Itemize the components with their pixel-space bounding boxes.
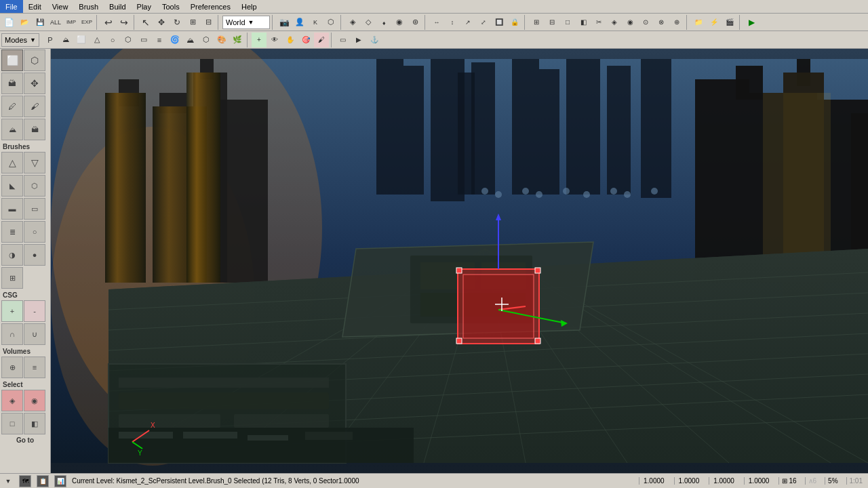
terrain-add-icon[interactable]: ⛰ [1, 119, 23, 140]
generic4[interactable]: ⊗ [654, 15, 669, 30]
stair-mode[interactable]: ≡ [152, 33, 167, 47]
align-button[interactable]: ⊟ [545, 15, 559, 30]
select-red2[interactable]: ◉ [24, 390, 45, 411]
select-rect[interactable]: ▭ [336, 33, 351, 47]
generic1[interactable]: ◈ [607, 15, 622, 30]
terrain-mode[interactable]: ⛰ [183, 33, 198, 47]
camera-button[interactable]: 📷 [277, 15, 292, 30]
brush-stair[interactable]: ≣ [1, 221, 23, 243]
status-icon1[interactable]: 🗺 [19, 475, 31, 487]
volume-add[interactable]: ⊕ [1, 357, 23, 378]
paint-icon[interactable]: 🖊 [1, 96, 23, 117]
brush-pyramid[interactable]: ▽ [24, 152, 45, 174]
menu-view[interactable]: View [47, 0, 74, 13]
viewport-icon[interactable]: ⬜ [1, 49, 23, 71]
snap-button[interactable]: 🔲 [492, 15, 507, 30]
sheet-mode[interactable]: ▭ [136, 33, 151, 47]
new-button[interactable] [1, 15, 16, 30]
generic5[interactable]: ⊕ [669, 15, 684, 30]
menu-play[interactable]: Play [132, 0, 157, 13]
rotate-tool[interactable]: ↻ [170, 15, 184, 30]
csg-intersect[interactable]: ∩ [1, 323, 23, 345]
brush-sheet1[interactable]: ▬ [1, 198, 23, 220]
cone-mode[interactable]: △ [90, 33, 104, 47]
play-mode[interactable]: ▶ [351, 33, 366, 47]
brush-clip[interactable]: ✂ [591, 15, 606, 30]
transform3[interactable]: ↗ [460, 15, 475, 30]
snap2[interactable]: ⚓ [367, 33, 382, 47]
modes-dropdown[interactable]: Modes ▼ [1, 33, 39, 47]
menu-preferences[interactable]: Preferences [185, 0, 236, 13]
menu-tools[interactable]: Tools [157, 0, 185, 13]
save-button[interactable]: 💾 [33, 15, 47, 30]
menu-edit[interactable]: Edit [23, 0, 47, 13]
brush-wedge[interactable]: ◣ [1, 175, 23, 197]
world-dropdown[interactable]: World ▼ [222, 16, 270, 29]
scale-tool[interactable]: ⊞ [185, 15, 200, 30]
select-misc2[interactable]: ◧ [24, 413, 45, 434]
status-icon2[interactable]: 📋 [37, 475, 49, 487]
export-button[interactable]: EXP [79, 15, 94, 30]
menu-brush[interactable]: Brush [73, 0, 104, 13]
view-mode2[interactable]: ◇ [361, 15, 376, 30]
paint-mode[interactable]: 🎨 [214, 33, 229, 47]
redo-button[interactable] [117, 15, 132, 30]
csg-sub-btn[interactable]: - [24, 300, 45, 322]
csg-add-btn[interactable]: + [1, 300, 23, 322]
camera-mode[interactable]: P [43, 33, 58, 47]
geometry-mode[interactable]: ⛰ [58, 33, 73, 47]
matinee-button[interactable]: 🎬 [722, 15, 737, 30]
generic2[interactable]: ◉ [623, 15, 637, 30]
cube-icon[interactable]: ⬡ [24, 49, 45, 71]
cylinder-mode[interactable]: ⬡ [121, 33, 136, 47]
select-misc1[interactable]: □ [1, 413, 23, 434]
sphere-mode[interactable]: ○ [105, 33, 120, 47]
status-icon3[interactable]: 📊 [54, 475, 66, 487]
csg-hand[interactable]: ✋ [283, 33, 298, 47]
landscape-icon[interactable]: 🏔 [1, 73, 23, 94]
viewport[interactable]: X Y [51, 49, 868, 473]
view-mode1[interactable]: ◈ [345, 15, 360, 30]
view-mode4[interactable]: ◉ [392, 15, 407, 30]
transform2[interactable]: ↕ [445, 15, 460, 30]
menu-build[interactable]: Build [104, 0, 131, 13]
lock-button[interactable]: 🔒 [507, 15, 522, 30]
save-all-button[interactable]: ALL [48, 15, 63, 30]
open-button[interactable]: 📂 [17, 15, 32, 30]
bsp-button[interactable]: K [308, 15, 323, 30]
volume-list[interactable]: ≡ [24, 357, 45, 378]
brush-triangle[interactable]: △ [1, 152, 23, 174]
csg-add[interactable]: + [252, 33, 267, 47]
brush-cylinder[interactable]: ⬡ [24, 175, 45, 197]
spiral-mode[interactable]: 🌀 [167, 33, 182, 47]
kismet-button[interactable]: ⚡ [707, 15, 722, 30]
view-mode3[interactable]: ⬧ [376, 15, 391, 30]
select-tool[interactable]: ↖ [138, 15, 153, 30]
brush-sphere[interactable]: ○ [24, 221, 45, 243]
transform4[interactable]: ⤢ [476, 15, 491, 30]
ungroup-button[interactable]: ◧ [576, 15, 591, 30]
brush-misc2[interactable]: ● [24, 244, 45, 266]
play-button[interactable] [744, 15, 759, 30]
undo-button[interactable] [101, 15, 116, 30]
staticmesh-button[interactable]: ⬡ [323, 15, 338, 30]
status-arrow[interactable]: ▼ [3, 476, 14, 487]
menu-help[interactable]: Help [236, 0, 262, 13]
view-mode5[interactable]: ⊛ [408, 15, 422, 30]
menu-file[interactable]: File [0, 0, 23, 13]
actor-button[interactable]: 👤 [292, 15, 307, 30]
cube-mode[interactable]: ⬜ [74, 33, 89, 47]
move-icon[interactable]: ✥ [24, 73, 45, 94]
import-button[interactable]: IMP [64, 15, 79, 30]
brush-misc1[interactable]: ◑ [1, 244, 23, 266]
group-button[interactable]: □ [560, 15, 575, 30]
csg-eye[interactable]: 👁 [267, 33, 282, 47]
generic3[interactable]: ⊙ [638, 15, 653, 30]
transform1[interactable]: ↔ [429, 15, 444, 30]
csg-brush[interactable]: 🖌 [314, 33, 329, 47]
2d-mode[interactable]: ⬡ [199, 33, 214, 47]
brush-sheet2[interactable]: ▭ [24, 198, 45, 220]
csg-target[interactable]: 🎯 [298, 33, 313, 47]
brush-open[interactable]: ⊞ [1, 267, 23, 289]
content-browser[interactable]: 📁 [691, 15, 706, 30]
